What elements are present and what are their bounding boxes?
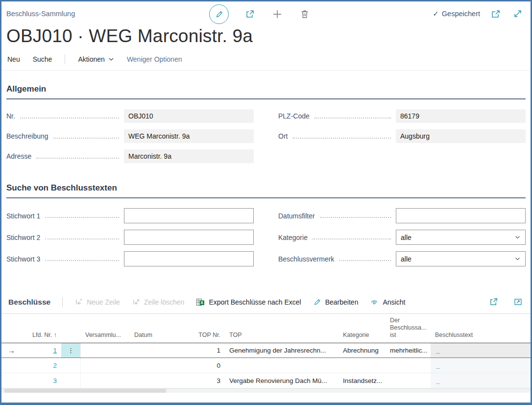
dotted-leader: [314, 114, 391, 119]
delete-record-button[interactable]: [298, 8, 311, 21]
field-adresse-value[interactable]: Marconistr. 9a: [124, 149, 254, 163]
menu-item-actions[interactable]: Aktionen: [78, 55, 114, 63]
column-header-kategorie[interactable]: Kategorie: [339, 332, 386, 339]
chevron-down-icon: [514, 234, 521, 240]
field-plz-code-label: PLZ-Code: [278, 112, 310, 120]
share-button[interactable]: [243, 8, 256, 21]
export-excel-label: Export Beschlüsse nach Excel: [209, 298, 301, 306]
menu-item-new[interactable]: Neu: [7, 55, 20, 63]
save-status: ✓ Gespeichert: [433, 9, 480, 18]
grid-title: Beschlüsse: [8, 298, 50, 307]
eye-icon: [370, 298, 379, 307]
cell-top[interactable]: Genehmigung der Jahresrechn...: [225, 347, 339, 354]
row-lfd-link[interactable]: 3: [53, 377, 57, 384]
table-row[interactable]: 3 3 Vergabe Renovierung Dach Mü... Insta…: [1, 373, 531, 388]
toolbar-divider: [62, 297, 63, 307]
field-stichwort-2-label: Stichwort 2: [6, 234, 40, 241]
new-line-icon: [74, 298, 83, 306]
menu-item-actions-label: Aktionen: [78, 55, 104, 63]
dotted-leader: [45, 235, 119, 239]
menu-item-search[interactable]: Suche: [33, 55, 52, 63]
cell-beschlusstext-link[interactable]: _: [431, 373, 531, 388]
stichwort-1-input[interactable]: [124, 208, 254, 223]
field-plz-code-value[interactable]: 86179: [396, 109, 526, 123]
field-nr-label: Nr.: [6, 112, 15, 120]
grid-share-button[interactable]: [487, 296, 500, 308]
column-header-datum[interactable]: Datum: [130, 332, 187, 339]
column-header-beschlusstext[interactable]: Beschlusstext: [431, 332, 531, 339]
edit-list-button[interactable]: Bearbeiten: [313, 298, 359, 306]
cell-beschlusstext-link[interactable]: _: [431, 358, 531, 373]
horizontal-scrollbar[interactable]: [1, 388, 531, 393]
row-lfd-link[interactable]: 2: [53, 362, 57, 369]
cell-top[interactable]: Vergabe Renovierung Dach Mü...: [225, 377, 339, 384]
search-left-column: Stichwort 1 Stichwort 2 Stichwort 3: [6, 208, 254, 273]
field-adresse: Adresse Marconistr. 9a: [6, 149, 254, 163]
cell-kategorie[interactable]: Abrechnung: [339, 347, 386, 354]
grid-open-in-new-button[interactable]: [512, 296, 524, 308]
scrollbar-thumb[interactable]: [4, 389, 166, 393]
section-search-heading[interactable]: Suche von Beschlusstexten: [6, 183, 526, 198]
field-datumsfilter-label: Datumsfilter: [278, 212, 315, 220]
field-nr-value[interactable]: OBJ010: [124, 109, 254, 123]
check-icon: ✓: [433, 9, 439, 18]
column-header-lfd-nr[interactable]: Lfd. Nr. ↑: [23, 332, 61, 339]
cell-top-nr[interactable]: 3: [187, 377, 225, 384]
svg-text:X: X: [201, 300, 204, 305]
open-in-new-window-button[interactable]: [490, 8, 502, 20]
top-bar: Beschluss-Sammlung ✓ Gespeichert: [1, 1, 531, 26]
popout-icon: [491, 9, 501, 19]
cell-top-nr[interactable]: 0: [187, 362, 225, 369]
toggle-fullscreen-button[interactable]: [512, 8, 524, 20]
search-right-column: Datumsfilter Kategorie alle Beschlussver…: [278, 208, 526, 273]
cell-kategorie[interactable]: Instandsetz...: [339, 377, 386, 384]
edit-record-button[interactable]: [209, 4, 229, 24]
stichwort-2-input[interactable]: [124, 230, 254, 245]
row-menu-button[interactable]: ⋮: [61, 343, 81, 357]
field-kategorie-label: Kategorie: [278, 234, 308, 241]
export-excel-button[interactable]: X Export Beschlüsse nach Excel: [196, 298, 301, 307]
sort-ascending-icon: ↑: [54, 332, 57, 338]
table-row[interactable]: 2 0 _: [1, 358, 531, 373]
field-plz-code: PLZ-Code 86179: [278, 109, 526, 123]
window-controls: ✓ Gespeichert: [433, 8, 524, 20]
field-stichwort-2: Stichwort 2: [6, 230, 254, 245]
pencil-icon: [214, 9, 224, 19]
column-header-top[interactable]: TOP: [225, 332, 339, 339]
column-header-versammlung[interactable]: Versammlu...: [81, 332, 130, 339]
dotted-leader: [20, 114, 119, 119]
stichwort-3-input[interactable]: [124, 251, 254, 266]
table-row[interactable]: → 1 ⋮ 1 Genehmigung der Jahresrechn... A…: [1, 343, 531, 358]
plus-icon: [272, 9, 283, 20]
cell-beschlusstext-link[interactable]: _: [431, 343, 531, 357]
view-list-label: Ansicht: [383, 298, 405, 306]
new-record-button[interactable]: [271, 8, 284, 21]
dotted-leader: [292, 134, 391, 139]
datumsfilter-input[interactable]: [396, 208, 526, 223]
row-lfd-link[interactable]: 1: [53, 347, 57, 354]
field-stichwort-1-label: Stichwort 1: [6, 212, 40, 220]
general-right-column: PLZ-Code 86179 Ort Augsburg: [278, 109, 526, 169]
beschlussvermerk-dropdown[interactable]: alle: [396, 251, 526, 266]
page-caption: Beschluss-Sammlung: [6, 10, 75, 18]
selected-row-arrow-icon: →: [1, 346, 23, 355]
kategorie-dropdown-value: alle: [401, 234, 411, 241]
new-line-button[interactable]: Neue Zeile: [74, 298, 120, 306]
field-beschreibung-value[interactable]: WEG Marconistr. 9a: [124, 129, 254, 143]
dotted-leader: [45, 214, 119, 218]
kategorie-dropdown[interactable]: alle: [396, 230, 526, 245]
view-list-button[interactable]: Ansicht: [370, 298, 405, 307]
general-left-column: Nr. OBJ010 Beschreibung WEG Marconistr. …: [6, 109, 254, 169]
field-ort-value[interactable]: Augsburg: [396, 129, 526, 143]
menu-item-less-options[interactable]: Weniger Optionen: [127, 55, 182, 63]
section-general-heading[interactable]: Allgemein: [6, 84, 526, 99]
excel-icon: X: [196, 298, 205, 307]
delete-line-button[interactable]: Zeile löschen: [132, 298, 185, 306]
beschlussvermerk-dropdown-value: alle: [401, 255, 411, 263]
column-header-beschlussart[interactable]: Der Beschlussa... ist: [386, 317, 431, 339]
cell-beschlussart[interactable]: mehrheitlic...: [386, 347, 431, 354]
column-header-top-nr[interactable]: TOP Nr.: [187, 332, 225, 339]
cell-top-nr[interactable]: 1: [187, 347, 225, 354]
decisions-grid-toolbar: Beschlüsse Neue Zeile Zeile löschen X Ex…: [1, 290, 531, 313]
dotted-leader: [45, 257, 119, 261]
